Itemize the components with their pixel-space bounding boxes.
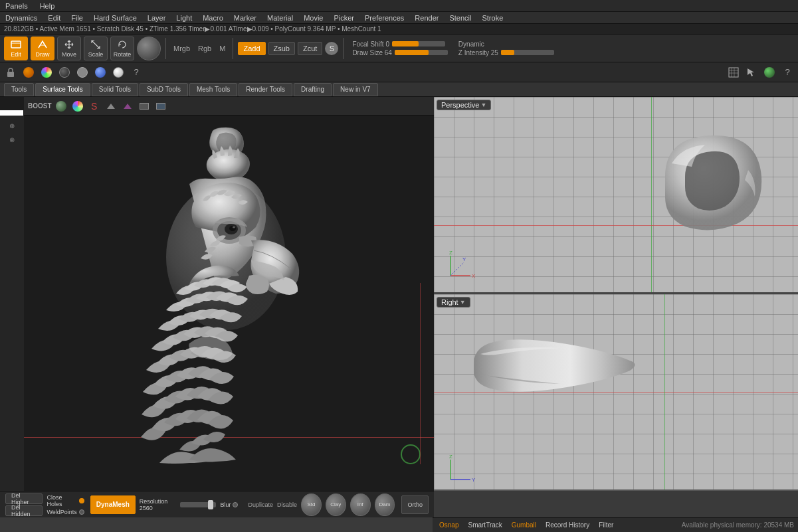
status-bar-top: 20.812GB • Active Mem 1651 • Scratch Dis… [0,24,798,35]
boost-icon-3[interactable]: S [87,99,102,114]
menu-preferences[interactable]: Preferences [362,14,407,22]
tab-render-tools[interactable]: Render Tools [239,83,292,96]
menu-dynamics[interactable]: Dynamics [3,14,40,22]
boost-icon-4[interactable] [104,99,118,114]
rgb-mode[interactable]: Rgb [195,44,214,52]
dam-standard-btn[interactable]: Dam [375,493,395,516]
sphere-dark-icon[interactable] [56,64,72,80]
blur-label: Blur [220,501,231,508]
panels-menu[interactable]: Panels [3,2,31,10]
blur-radio[interactable] [233,502,238,507]
mrgb-mode[interactable]: Mrgb [171,44,193,52]
menu-hard-surface[interactable]: Hard Surface [91,14,140,22]
sphere-colorful-icon[interactable] [39,64,54,80]
perspective-label[interactable]: Perspective ▼ [437,100,491,110]
zsub-button[interactable]: Zsub [268,42,295,55]
close-holes-radio[interactable] [79,498,84,503]
perspective-viewport[interactable]: Perspective ▼ [434,97,798,294]
menu-movie[interactable]: Movie [301,14,326,22]
right-label[interactable]: Right ▼ [437,297,470,308]
menu-picker[interactable]: Picker [331,14,357,22]
zadd-button[interactable]: Zadd [238,42,265,55]
menu-macro[interactable]: Macro [200,14,226,22]
boost-icon-2[interactable] [70,99,85,114]
menu-render[interactable]: Render [412,14,441,22]
draw-size-slider[interactable] [395,50,448,55]
del-buttons-group: Del Higher Del Hidden [5,493,43,516]
menu-file[interactable]: File [68,14,86,22]
left-tool-1[interactable]: ⊕ [6,120,18,132]
material-sphere[interactable] [137,37,161,60]
boost-icon-1[interactable] [54,99,68,114]
symmetry-button[interactable]: S [325,42,338,55]
m-mode[interactable]: M [217,44,228,52]
draw-button[interactable]: Draw [31,37,54,60]
rotate-button[interactable]: Rotate [110,37,134,60]
draw-size-label: Draw Size 64 [352,49,391,56]
gumball-btn[interactable]: Gumball [509,521,539,529]
help-icon[interactable]: ? [779,64,795,80]
sphere-mesh-icon[interactable] [74,64,90,80]
resolution-slider[interactable] [180,502,216,507]
svg-text:Z: Z [449,454,452,460]
select-icon[interactable] [744,64,759,80]
edit-button[interactable]: Edit [4,37,28,60]
osnap-bar: Osnap SmartTrack Gumball Record History … [433,517,798,532]
filter-btn[interactable]: Filter [596,521,616,529]
menu-marker[interactable]: Marker [231,14,259,22]
menu-stroke[interactable]: Stroke [479,14,506,22]
move-button[interactable]: Move [57,37,81,60]
menu-material[interactable]: Material [264,14,296,22]
boost-icon-5[interactable] [120,99,135,114]
menu-layer[interactable]: Layer [145,14,169,22]
boost-sphere-icon[interactable] [761,64,777,80]
boost-icon-6[interactable] [137,99,151,114]
help-menu[interactable]: Help [37,2,58,10]
svg-text:Y: Y [462,256,466,262]
z-intensity-slider[interactable] [501,50,554,55]
weld-points-radio[interactable] [79,509,84,515]
osnap-btn[interactable]: Osnap [437,521,461,529]
sphere-solid-icon[interactable] [21,64,37,80]
menu-stencil[interactable]: Stencil [447,14,474,22]
inflat-btn[interactable]: Inf [350,493,371,516]
duplicate-label: Duplicate [248,501,273,508]
mesh-tools-icon[interactable] [726,64,742,80]
del-hidden-btn[interactable]: Del Hidden [5,505,43,516]
clay-buildup-btn[interactable]: Clay [326,493,346,516]
sphere-blue-icon[interactable] [92,64,108,80]
tab-subd-tools[interactable]: SubD Tools [140,83,188,96]
focal-shift-slider[interactable] [392,41,445,46]
memory-status: Available physical memory: 20534 MB [682,521,794,529]
ortho-btn[interactable]: Ortho [401,495,429,514]
record-history-btn[interactable]: Record History [543,521,592,529]
tab-tools[interactable]: Tools [4,83,34,96]
del-higher-btn[interactable]: Del Higher [5,493,43,504]
smart-track-btn[interactable]: SmartTrack [465,521,504,529]
menu-light[interactable]: Light [173,14,195,22]
left-viewport[interactable]: BOOST S [0,97,434,491]
tab-drafting[interactable]: Drafting [294,83,332,96]
tab-surface-tools[interactable]: Surface Tools [35,83,90,96]
scale-button[interactable]: Scale [84,37,108,60]
svg-text:X: X [472,273,476,279]
svg-text:Y: Y [472,477,476,483]
boost-icon-7[interactable] [153,99,168,114]
separator3 [343,38,344,59]
right-viewport[interactable]: Right ▼ [434,294,798,491]
tab-mesh-tools[interactable]: Mesh Tools [189,83,237,96]
focal-group: Focal Shift 0 Draw Size 64 [352,41,447,56]
zcut-button[interactable]: Zcut [298,42,322,55]
question-icon[interactable]: ? [128,64,144,80]
tab-new-v7[interactable]: New in V7 [333,83,378,96]
disable-label: Disable [277,501,297,508]
menu-edit[interactable]: Edit [45,14,63,22]
left-tool-2[interactable]: ⊗ [6,133,18,145]
dynamesh-btn[interactable]: DynaMesh [90,495,136,514]
sphere-white-icon[interactable] [110,64,126,80]
standard-tool-btn[interactable]: Std [301,493,322,516]
lock-icon-btn[interactable] [3,64,19,80]
radial-indicator [401,444,421,464]
main-content-area: BOOST S [0,97,798,491]
tab-solid-tools[interactable]: Solid Tools [92,83,138,96]
